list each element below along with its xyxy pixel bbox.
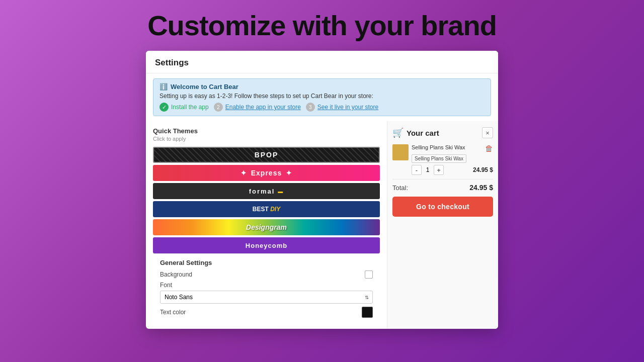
- step-1: ✓ Install the app: [159, 103, 209, 112]
- info-icon: ℹ️: [159, 83, 168, 90]
- theme-express-label: Express: [251, 169, 282, 177]
- step-3-circle: 3: [306, 103, 315, 112]
- check-icon: ✓: [159, 103, 169, 112]
- step-2-link[interactable]: Enable the app in your store: [225, 104, 301, 111]
- font-select-wrapper: Noto Sans Roboto Open Sans Lato Montserr…: [160, 291, 373, 304]
- text-color-swatch[interactable]: [362, 307, 373, 318]
- steps-row: ✓ Install the app 2 Enable the app in yo…: [159, 103, 485, 112]
- left-panel: Quick Themes Click to apply BPOP ✦ Expre…: [146, 121, 387, 329]
- cart-icon: 🛒: [392, 127, 404, 138]
- theme-formal[interactable]: formal ▬: [153, 183, 380, 199]
- welcome-banner: ℹ️ Welcome to Cart Bear Setting up is ea…: [153, 78, 491, 116]
- theme-honeycomb[interactable]: Honeycomb: [153, 237, 380, 253]
- cart-item-top: Selling Plans Ski Wax 🗑: [412, 144, 493, 153]
- step-2-circle: 2: [214, 103, 223, 112]
- quick-themes-section: Quick Themes Click to apply BPOP ✦ Expre…: [153, 127, 380, 253]
- cart-total-label: Total:: [392, 184, 408, 192]
- background-checkbox[interactable]: [365, 270, 373, 279]
- theme-formal-accent: ▬: [278, 189, 284, 194]
- theme-honeycomb-label: Honeycomb: [246, 242, 287, 249]
- welcome-banner-description: Setting up is easy as 1-2-3! Follow thes…: [159, 93, 485, 100]
- qty-decrease-button[interactable]: -: [412, 165, 422, 175]
- general-settings-title: General Settings: [160, 259, 373, 266]
- font-select[interactable]: Noto Sans Roboto Open Sans Lato Montserr…: [160, 291, 373, 304]
- cart-header: 🛒 Your cart ×: [392, 127, 493, 138]
- step-3-link[interactable]: See it live in your store: [317, 104, 378, 111]
- theme-designgram-label: Designgram: [246, 223, 287, 231]
- checkout-button[interactable]: Go to checkout: [392, 197, 493, 217]
- cart-divider: [392, 179, 493, 179]
- theme-designgram[interactable]: Designgram: [153, 219, 380, 235]
- theme-formal-label: formal: [249, 188, 275, 195]
- theme-bestdiy-label: BEST DIY: [253, 206, 280, 213]
- cart-item-variant: Selling Plans Ski Wax: [412, 154, 466, 163]
- theme-express-icon-right: ✦: [286, 169, 292, 177]
- cart-total-amount: 24.95 $: [469, 184, 493, 192]
- qty-increase-button[interactable]: +: [434, 165, 444, 175]
- cart-preview-panel: 🛒 Your cart × Selling Plans Ski Wax 🗑 Se…: [387, 121, 498, 329]
- cart-delete-button[interactable]: 🗑: [485, 144, 493, 153]
- text-color-row: Text color: [160, 307, 373, 318]
- step-2: 2 Enable the app in your store: [214, 103, 301, 112]
- cart-item: Selling Plans Ski Wax 🗑 Selling Plans Sk…: [392, 144, 493, 175]
- qty-controls: - 1 +: [412, 165, 444, 175]
- cart-title-text: Your cart: [407, 129, 439, 137]
- text-color-label: Text color: [160, 309, 186, 316]
- theme-bestdiy[interactable]: BEST DIY: [153, 201, 380, 217]
- theme-express-inner: ✦ Express ✦: [153, 165, 380, 181]
- step-3: 3 See it live in your store: [306, 103, 378, 112]
- cart-total-row: Total: 24.95 $: [392, 184, 493, 192]
- settings-window: Settings ℹ️ Welcome to Cart Bear Setting…: [146, 51, 498, 329]
- page-title: Customize with your brand: [147, 9, 497, 42]
- general-settings-section: General Settings Background Font Noto Sa…: [153, 253, 380, 323]
- main-content: Quick Themes Click to apply BPOP ✦ Expre…: [146, 121, 498, 329]
- settings-header: Settings: [146, 51, 498, 73]
- cart-qty-row: - 1 + 24.95 $: [412, 165, 493, 175]
- cart-item-image: [392, 144, 409, 160]
- settings-window-title: Settings: [155, 58, 189, 67]
- cart-title-row: 🛒 Your cart: [392, 127, 439, 138]
- welcome-banner-title: ℹ️ Welcome to Cart Bear: [159, 83, 485, 90]
- quick-themes-subtitle: Click to apply: [153, 136, 380, 142]
- qty-number: 1: [424, 166, 432, 173]
- font-label: Font: [160, 282, 373, 289]
- cart-item-price: 24.95 $: [473, 166, 493, 173]
- theme-bpop[interactable]: BPOP: [153, 147, 380, 163]
- theme-express[interactable]: ✦ Express ✦: [153, 165, 380, 181]
- background-field-row: Background: [160, 270, 373, 279]
- themes-list: BPOP ✦ Express ✦ formal ▬ B: [153, 147, 380, 253]
- cart-item-details: Selling Plans Ski Wax 🗑 Selling Plans Sk…: [412, 144, 493, 175]
- theme-bpop-label: BPOP: [255, 151, 279, 159]
- quick-themes-title: Quick Themes: [153, 127, 380, 135]
- theme-express-icon-left: ✦: [240, 169, 247, 177]
- cart-close-button[interactable]: ×: [482, 127, 493, 138]
- cart-item-name: Selling Plans Ski Wax: [412, 144, 465, 150]
- background-label: Background: [160, 271, 192, 278]
